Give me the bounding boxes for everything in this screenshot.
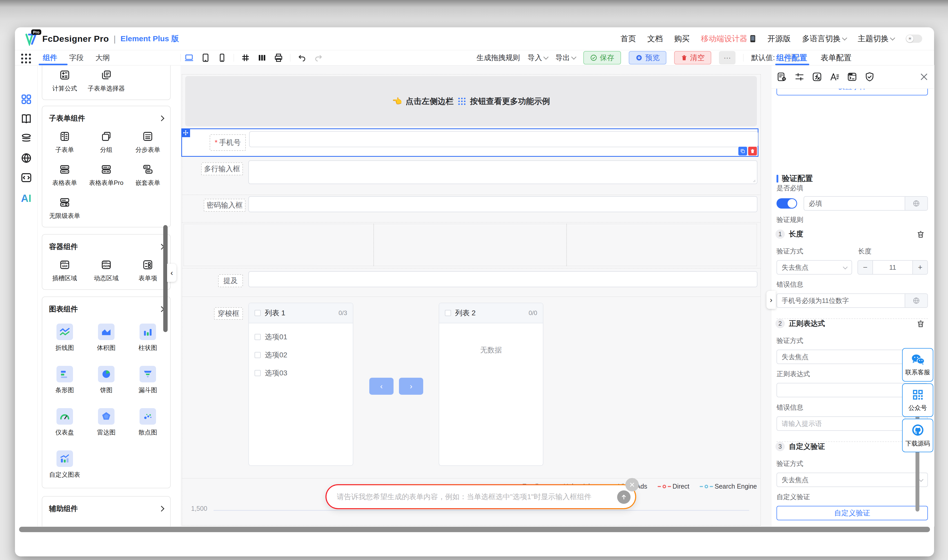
ai-icon[interactable]: AI: [21, 192, 31, 204]
required-toggle[interactable]: [777, 198, 797, 209]
tab-components[interactable]: 组件: [43, 53, 57, 63]
laptop-icon[interactable]: [184, 53, 194, 63]
clear-button[interactable]: 清空: [674, 51, 711, 65]
palette-item[interactable]: 分步表单: [127, 126, 169, 159]
globe-icon[interactable]: [20, 152, 32, 165]
palette-item[interactable]: 嵌套表单: [127, 159, 169, 192]
export-menu[interactable]: 导出: [556, 53, 576, 63]
palette-item[interactable]: 表单项: [127, 254, 169, 287]
palette-item[interactable]: 雷达图: [85, 401, 127, 443]
i18n-globe-icon[interactable]: [905, 197, 927, 210]
palette-item[interactable]: 无限级表单: [44, 192, 85, 225]
nav-opensource[interactable]: 开源版: [768, 34, 791, 44]
ai-bar-close-button[interactable]: [625, 478, 639, 491]
generate-drag-rule-button[interactable]: 生成拖拽规则: [477, 53, 520, 63]
textarea-input[interactable]: [248, 160, 757, 184]
columns-icon[interactable]: [257, 53, 267, 63]
code-icon[interactable]: [20, 172, 32, 185]
stepper-plus-button[interactable]: +: [913, 261, 927, 274]
nav-home[interactable]: 首页: [620, 34, 636, 44]
palette-item[interactable]: [44, 516, 85, 526]
collapse-left-panel-handle[interactable]: ‹: [167, 264, 176, 282]
nav-docs[interactable]: 文档: [647, 34, 663, 44]
grid-cell[interactable]: [184, 224, 374, 266]
stepper-minus-button[interactable]: −: [858, 261, 873, 274]
phone-icon[interactable]: [217, 53, 227, 63]
formula-icon[interactable]: [812, 71, 822, 82]
font-icon[interactable]: [829, 71, 840, 82]
delete-rule-icon[interactable]: [916, 320, 925, 328]
ai-prompt-bar[interactable]: 请告诉我您希望生成的表单内容，例如：当单选框选中"选项1"时显示输入框组件: [325, 484, 636, 509]
trigger-select[interactable]: 失去焦点: [777, 472, 928, 487]
i18n-globe-icon[interactable]: [905, 294, 927, 307]
sliders-icon[interactable]: [794, 71, 805, 82]
redo-icon[interactable]: [314, 53, 323, 63]
delete-component-button[interactable]: [748, 147, 757, 155]
error-message-input[interactable]: 手机号必须为11位数字: [777, 294, 928, 308]
nav-theme-switch[interactable]: 主题切换: [858, 34, 894, 44]
palette-item[interactable]: 折线图: [44, 317, 85, 359]
transfer-to-right-button[interactable]: ›: [399, 378, 423, 395]
palette-item[interactable]: 仪表盘: [44, 401, 85, 443]
grid-icon[interactable]: [241, 53, 251, 63]
official-account-button[interactable]: 公众号: [902, 383, 933, 417]
horizontal-scrollbar[interactable]: [19, 527, 930, 532]
terminal-icon[interactable]: [846, 71, 857, 82]
stepper-value[interactable]: 11: [873, 261, 913, 274]
delete-rule-icon[interactable]: [916, 230, 925, 239]
mention-input[interactable]: [248, 271, 757, 287]
item-checkbox[interactable]: [254, 370, 261, 376]
database-icon[interactable]: [20, 132, 32, 145]
grid-cell[interactable]: [566, 224, 757, 266]
password-input[interactable]: [248, 196, 757, 212]
download-source-button[interactable]: 下载源码: [902, 419, 933, 452]
ai-submit-button[interactable]: [617, 491, 631, 504]
palette-item[interactable]: 柱状图: [127, 317, 169, 359]
nav-mobile-designer[interactable]: 移动端设计器: [701, 34, 756, 44]
transfer-item[interactable]: 选项03: [249, 364, 353, 382]
palette-item[interactable]: 条形图: [44, 359, 85, 401]
chevron-right-icon[interactable]: [159, 506, 165, 512]
palette-item[interactable]: 体积图: [85, 317, 127, 359]
tab-form-config[interactable]: 表单配置: [820, 52, 851, 63]
save-button[interactable]: 保存: [583, 51, 621, 65]
phone-input[interactable]: [249, 131, 758, 147]
select-all-checkbox[interactable]: [445, 310, 451, 316]
palette-item[interactable]: 漏斗图: [127, 359, 169, 401]
item-checkbox[interactable]: [254, 334, 261, 340]
item-checkbox[interactable]: [254, 352, 261, 358]
book-icon[interactable]: [20, 113, 32, 126]
transfer-item[interactable]: 选项01: [249, 328, 353, 346]
palette-item[interactable]: 表格表单Pro: [85, 159, 127, 192]
field-label-textarea[interactable]: 多行输入框: [201, 162, 243, 175]
field-row-phone[interactable]: * 手机号: [181, 128, 759, 157]
palette-item[interactable]: [85, 516, 127, 526]
required-message-input[interactable]: 必填: [803, 196, 928, 211]
contact-support-button[interactable]: 联系客服: [902, 348, 933, 382]
legend-item[interactable]: Direct: [658, 483, 689, 490]
custom-validate-button[interactable]: 自定义验证: [777, 506, 928, 520]
trigger-select[interactable]: 失去焦点: [777, 260, 852, 275]
tab-component-config[interactable]: 组件配置: [776, 52, 807, 63]
close-icon[interactable]: [919, 72, 929, 82]
preview-button[interactable]: 预览: [629, 51, 666, 65]
tab-outline[interactable]: 大纲: [95, 53, 110, 63]
tab-fields[interactable]: 字段: [69, 53, 83, 63]
nav-buy[interactable]: 购买: [674, 34, 689, 44]
collapse-right-panel-handle[interactable]: ›: [766, 291, 776, 309]
theme-toggle[interactable]: ☀: [906, 35, 922, 43]
palette-item[interactable]: 散点图: [127, 401, 169, 443]
palette-item[interactable]: slot 插槽区域: [44, 254, 85, 287]
shield-icon[interactable]: [864, 71, 875, 82]
copy-component-button[interactable]: [738, 147, 747, 155]
palette-item[interactable]: 分组: [85, 126, 127, 159]
form-setting-icon[interactable]: [777, 71, 787, 82]
field-label-mention[interactable]: 提及: [218, 274, 243, 287]
palette-item[interactable]: JSON 动态区域: [85, 254, 127, 287]
palette-item[interactable]: 子表单选择器: [85, 65, 127, 97]
more-button[interactable]: ···: [719, 51, 736, 65]
undo-icon[interactable]: [297, 53, 307, 63]
legend-item[interactable]: Search Engine: [700, 483, 757, 490]
drag-handle-icon[interactable]: [181, 128, 190, 137]
printer-icon[interactable]: [274, 53, 283, 63]
